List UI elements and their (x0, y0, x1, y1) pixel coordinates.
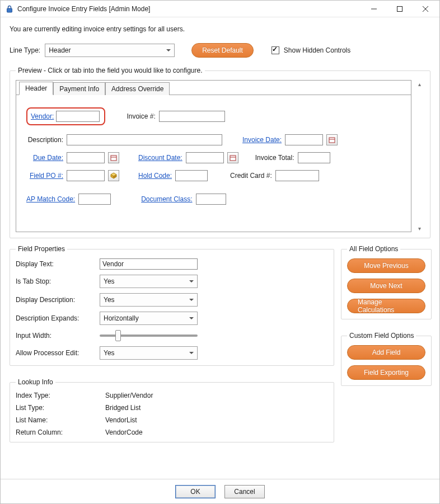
preview-group: Preview - Click or tab into the field yo… (10, 67, 430, 238)
input-width-slider[interactable] (100, 330, 198, 341)
invoice-date-label[interactable]: Invoice Date: (242, 136, 282, 144)
svg-rect-2 (397, 6, 402, 11)
allow-processor-edit-dropdown[interactable]: Yes (100, 346, 198, 360)
is-tab-stop-dropdown[interactable]: Yes (100, 275, 198, 288)
vendor-label[interactable]: Vendor: (31, 112, 54, 120)
titlebar: Configure Invoice Entry Fields [Admin Mo… (1, 1, 439, 17)
doc-class-input[interactable] (196, 194, 226, 205)
display-description-dropdown[interactable]: Yes (100, 293, 198, 307)
custom-field-options-group: Custom Field Options Add Field Field Exp… (341, 332, 432, 386)
ok-button[interactable]: OK (175, 485, 216, 498)
due-date-picker-button[interactable] (108, 152, 119, 163)
show-hidden-label: Show Hidden Controls (284, 46, 350, 54)
scroll-up-icon: ▴ (415, 80, 424, 88)
lookup-info-group: Lookup Info Index Type: Supplier/Vendor … (10, 378, 334, 442)
allow-processor-edit-label: Allow Processor Edit: (16, 349, 100, 357)
preview-tabs: Header Payment Info Address Override (16, 81, 411, 95)
line-type-label: Line Type: (10, 46, 40, 54)
index-type-value: Supplier/Vendor (105, 392, 328, 399)
window-title: Configure Invoice Entry Fields [Admin Mo… (17, 5, 361, 13)
tab-payment-info[interactable]: Payment Info (53, 82, 105, 95)
invoice-total-label: Invoice Total: (255, 154, 294, 162)
field-po-label[interactable]: Field PO #: (26, 172, 63, 180)
hold-code-input[interactable] (175, 170, 208, 181)
tab-header[interactable]: Header (19, 82, 53, 95)
input-width-label: Input Width: (16, 332, 100, 340)
invoice-date-input[interactable] (285, 134, 323, 145)
field-properties-legend: Field Properties (16, 245, 67, 253)
list-type-value: Bridged List (105, 404, 328, 412)
invoice-date-picker-button[interactable] (326, 134, 338, 145)
field-po-lookup-button[interactable] (108, 170, 119, 181)
list-name-label: List Name: (16, 416, 105, 424)
cancel-button[interactable]: Cancel (224, 485, 265, 498)
add-field-button[interactable]: Add Field (347, 345, 425, 360)
list-name-value: VendorList (105, 416, 328, 424)
return-column-value: VendorCode (105, 428, 328, 436)
scroll-down-icon: ▾ (415, 224, 424, 232)
discount-date-input[interactable] (186, 152, 224, 163)
credit-card-input[interactable] (275, 170, 319, 181)
svg-rect-0 (7, 8, 12, 12)
preview-scrollbar[interactable]: ▴ ▾ (415, 80, 424, 232)
invoice-no-input[interactable] (159, 111, 225, 122)
svg-rect-5 (329, 138, 335, 143)
all-field-options-group: All Field Options Move Previous Move Nex… (341, 245, 432, 319)
move-previous-button[interactable]: Move Previous (347, 258, 425, 273)
due-date-label[interactable]: Due Date: (26, 154, 63, 162)
svg-rect-9 (230, 156, 236, 161)
calendar-icon (329, 136, 335, 143)
maximize-button[interactable] (387, 1, 413, 17)
dialog-footer: OK Cancel (1, 479, 439, 503)
description-expands-label: Description Expands: (16, 314, 100, 322)
line-type-dropdown[interactable]: Header (45, 44, 175, 57)
due-date-input[interactable] (67, 152, 105, 163)
all-field-options-legend: All Field Options (347, 245, 400, 253)
field-exporting-button[interactable]: Field Exporting (347, 365, 425, 380)
slider-thumb[interactable] (115, 330, 121, 341)
preview-frame: Header Payment Info Address Override Ven… (16, 80, 411, 232)
cube-icon (110, 172, 117, 179)
return-column-label: Return Column: (16, 428, 105, 436)
display-description-label: Display Description: (16, 296, 100, 304)
is-tab-stop-label: Is Tab Stop: (16, 277, 100, 285)
doc-class-label[interactable]: Document Class: (141, 195, 192, 203)
display-text-label: Display Text: (16, 260, 100, 268)
display-text-input[interactable]: Vendor (100, 258, 198, 270)
credit-card-label: Credit Card #: (230, 172, 272, 180)
tab-address-override[interactable]: Address Override (105, 82, 170, 95)
svg-rect-7 (111, 156, 116, 161)
custom-field-options-legend: Custom Field Options (347, 332, 416, 340)
line-type-value: Header (49, 46, 71, 54)
field-po-input[interactable] (67, 170, 105, 181)
vendor-input[interactable] (56, 111, 100, 122)
index-type-label: Index Type: (16, 392, 105, 399)
description-label: Description: (26, 136, 63, 144)
invoice-no-label: Invoice #: (127, 112, 155, 120)
move-next-button[interactable]: Move Next (347, 279, 425, 293)
preview-legend: Preview - Click or tab into the field yo… (16, 67, 205, 74)
reset-default-button[interactable]: Reset Default (191, 43, 254, 58)
description-input[interactable] (67, 134, 222, 145)
ap-match-label[interactable]: AP Match Code: (26, 195, 75, 203)
discount-date-picker-button[interactable] (227, 152, 238, 163)
show-hidden-checkbox[interactable] (272, 46, 279, 54)
ap-match-input[interactable] (78, 194, 111, 205)
invoice-total-input[interactable] (298, 152, 330, 163)
calendar-icon (110, 154, 117, 161)
minimize-button[interactable] (361, 1, 387, 17)
description-expands-dropdown[interactable]: Horizontally (100, 312, 198, 325)
lookup-info-legend: Lookup Info (16, 378, 55, 386)
lock-icon (5, 4, 14, 13)
manage-calculations-button[interactable]: Manage Calculations (347, 299, 425, 313)
selected-field-highlight: Vendor: (26, 107, 105, 125)
intro-text: You are currently editing invoice entry … (10, 25, 430, 33)
calendar-icon (230, 154, 236, 161)
field-properties-group: Field Properties Display Text: Vendor Is… (10, 245, 334, 366)
close-button[interactable] (413, 1, 438, 17)
list-type-label: List Type: (16, 404, 105, 412)
hold-code-label[interactable]: Hold Code: (138, 172, 172, 180)
window: Configure Invoice Entry Fields [Admin Mo… (0, 0, 440, 504)
discount-date-label[interactable]: Discount Date: (138, 154, 182, 162)
